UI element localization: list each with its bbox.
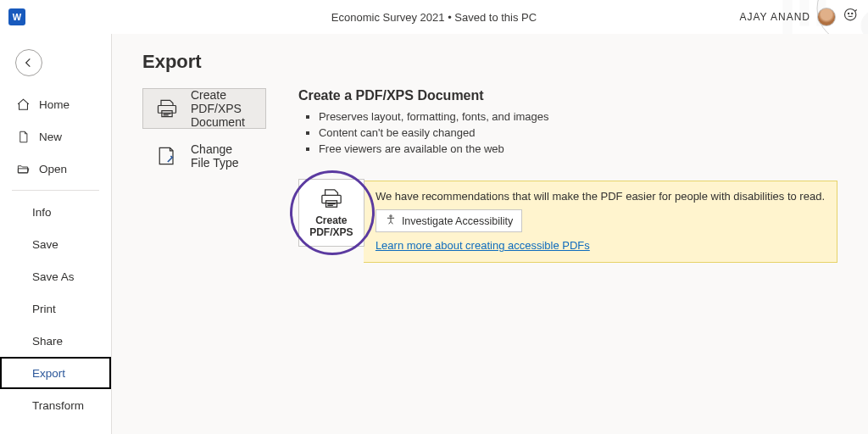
svg-rect-8: [159, 106, 176, 114]
export-action-area: Create PDF/XPS We have recommendations t…: [298, 179, 837, 263]
button-label-line1: Create: [315, 214, 347, 226]
sidebar-item-share[interactable]: Share: [0, 325, 111, 357]
change-file-type-icon: [155, 144, 179, 168]
open-folder-icon: [15, 161, 31, 176]
button-label-line2: PDF/XPS: [309, 226, 353, 238]
details-heading: Create a PDF/XPS Document: [298, 88, 837, 103]
titlebar: W Economic Survey 2021 • Saved to this P…: [0, 0, 868, 34]
export-options-list: Create PDF/XPS Document Change File Type: [142, 88, 266, 263]
sidebar-item-label: New: [39, 131, 62, 143]
word-app-icon: W: [8, 8, 25, 25]
backstage-sidebar: Home New Open Info Save Save As Print Sh…: [0, 34, 112, 434]
export-option-label: Create PDF/XPS Document: [191, 88, 253, 129]
sidebar-item-label: Export: [32, 367, 65, 380]
sidebar-item-info[interactable]: Info: [0, 196, 111, 228]
sidebar-item-label: Close: [32, 431, 62, 435]
sidebar-item-label: Transform: [32, 399, 84, 412]
accessibility-person-icon: [385, 214, 397, 228]
sidebar-item-label: Info: [32, 206, 52, 219]
svg-point-5: [845, 9, 856, 20]
details-bullet: Free viewers are available on the web: [319, 142, 837, 155]
sidebar-item-label: Share: [32, 335, 63, 348]
investigate-accessibility-button[interactable]: Investigate Accessibility: [376, 209, 522, 232]
sidebar-item-close[interactable]: Close: [0, 421, 111, 434]
sidebar-separator: [12, 190, 99, 191]
home-icon: [15, 97, 31, 112]
sidebar-item-label: Open: [39, 163, 67, 175]
export-details: Create a PDF/XPS Document Preserves layo…: [298, 88, 837, 263]
titlebar-right: AJAY ANAND: [739, 7, 860, 27]
investigate-accessibility-label: Investigate Accessibility: [402, 215, 513, 227]
sidebar-item-home[interactable]: Home: [0, 88, 111, 120]
create-pdf-xps-button[interactable]: Create PDF/XPS: [298, 179, 364, 247]
sidebar-item-print[interactable]: Print: [0, 292, 111, 325]
backstage-main: Export Create PDF/XPS Document Change Fi…: [112, 34, 868, 434]
details-bullets: Preserves layout, formatting, fonts, and…: [298, 110, 837, 155]
export-option-change-file-type[interactable]: Change File Type: [142, 136, 266, 176]
sidebar-item-save-as[interactable]: Save As: [0, 260, 111, 292]
learn-more-accessible-pdfs-link[interactable]: Learn more about creating accessible PDF…: [376, 239, 825, 252]
sidebar-item-open[interactable]: Open: [0, 153, 111, 185]
document-title: Economic Survey 2021 • Saved to this PC: [331, 11, 537, 24]
account-avatar[interactable]: [817, 8, 836, 26]
page-title: Export: [142, 51, 837, 73]
svg-rect-10: [322, 195, 341, 203]
sidebar-item-label: Save As: [32, 270, 75, 283]
details-bullet: Content can't be easily changed: [319, 126, 837, 139]
sidebar-item-label: Home: [39, 98, 70, 111]
svg-point-7: [852, 13, 853, 14]
pdf-printer-icon: [155, 97, 179, 120]
pdf-printer-icon: [319, 187, 344, 211]
accessibility-recommendation-text: We have recommendations that will make t…: [376, 190, 825, 203]
new-doc-icon: [15, 129, 31, 144]
accessibility-recommendation-panel: We have recommendations that will make t…: [364, 181, 837, 263]
svg-point-6: [849, 13, 849, 14]
sidebar-item-export[interactable]: Export: [0, 357, 111, 389]
svg-point-12: [390, 215, 392, 217]
sidebar-item-transform[interactable]: Transform: [0, 389, 111, 421]
sidebar-item-save[interactable]: Save: [0, 228, 111, 260]
sidebar-item-label: Print: [32, 303, 56, 315]
export-option-label: Change File Type: [191, 142, 253, 170]
sidebar-item-new[interactable]: New: [0, 120, 111, 153]
details-bullet: Preserves layout, formatting, fonts, and…: [319, 110, 837, 123]
export-option-pdf-xps[interactable]: Create PDF/XPS Document: [142, 88, 266, 129]
account-username[interactable]: AJAY ANAND: [739, 11, 810, 23]
back-button[interactable]: [15, 49, 42, 76]
sidebar-item-label: Save: [32, 238, 58, 251]
feedback-icon[interactable]: [843, 7, 860, 27]
